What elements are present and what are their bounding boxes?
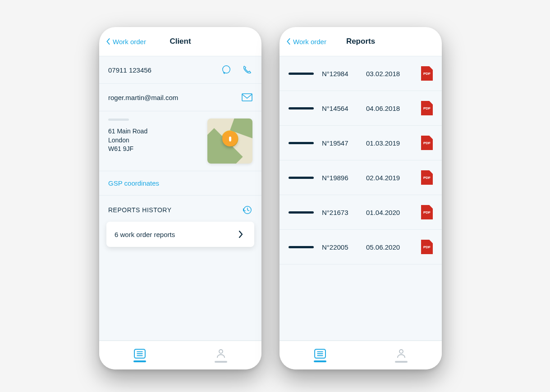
page-title: Reports (346, 37, 375, 46)
phone-number: 07911 123456 (108, 66, 151, 74)
tab-list[interactable] (314, 349, 326, 362)
svg-point-7 (219, 350, 223, 353)
email-address: roger.martin@mail.com (108, 94, 178, 101)
report-title-placeholder (289, 246, 314, 248)
email-row: roger.martin@mail.com (99, 84, 261, 111)
content: N°1298403.02.2018N°1456404.06.2018N°1954… (280, 56, 442, 341)
header: Work order Client (99, 27, 261, 56)
pdf-icon[interactable] (421, 66, 433, 81)
mail-icon[interactable] (242, 92, 252, 103)
phone-row: 07911 123456 (99, 56, 261, 84)
report-number: N°12984 (322, 70, 358, 77)
report-date: 05.06.2020 (366, 243, 413, 251)
reports-heading-label: REPORTS HISTORY (108, 206, 172, 214)
chat-icon[interactable] (221, 64, 232, 75)
report-row[interactable]: N°2200505.06.2020 (280, 230, 442, 264)
list-icon (134, 349, 146, 359)
chevron-right-icon (235, 229, 246, 240)
pdf-icon[interactable] (421, 170, 433, 185)
content: 07911 123456 roger.martin@mail.com (99, 56, 261, 341)
report-title-placeholder (289, 107, 314, 109)
tab-profile[interactable] (215, 348, 227, 363)
pdf-icon[interactable] (421, 101, 433, 115)
tab-indicator (395, 361, 408, 363)
report-row[interactable]: N°1989602.04.2019 (280, 160, 442, 195)
tab-profile[interactable] (395, 348, 408, 363)
report-date: 03.02.2018 (366, 70, 413, 77)
chevron-left-icon (105, 38, 111, 45)
back-button[interactable]: Work order (286, 38, 326, 46)
chevron-left-icon (286, 38, 291, 45)
list-icon (314, 349, 326, 359)
address-label-placeholder (108, 119, 129, 121)
report-row[interactable]: N°1298403.02.2018 (280, 56, 442, 91)
person-icon (215, 348, 226, 359)
gps-link[interactable]: GSP coordinates (99, 171, 261, 196)
header: Work order Reports (280, 27, 442, 56)
reports-history-heading: REPORTS HISTORY (99, 196, 261, 222)
report-title-placeholder (289, 211, 314, 214)
tab-bar (280, 341, 442, 369)
tab-bar (99, 341, 261, 369)
report-title-placeholder (289, 177, 314, 179)
history-icon (242, 205, 252, 215)
reports-card-label: 6 work order reports (115, 231, 175, 238)
map-pin-icon (222, 131, 238, 146)
tab-indicator (133, 360, 146, 362)
reports-screen: Work order Reports N°1298403.02.2018N°14… (280, 27, 442, 369)
call-icon[interactable] (242, 64, 252, 75)
address-postcode: W61 9JF (108, 145, 147, 154)
address-line1: 61 Main Road (108, 127, 147, 136)
svg-rect-1 (242, 94, 252, 101)
svg-point-12 (399, 350, 403, 353)
svg-point-0 (223, 66, 230, 73)
person-icon (396, 348, 407, 359)
report-title-placeholder (289, 142, 314, 144)
report-number: N°14564 (322, 105, 358, 112)
tab-indicator (215, 361, 227, 363)
report-date: 01.04.2020 (366, 209, 413, 216)
back-label: Work order (293, 38, 326, 46)
address-city: London (108, 136, 147, 145)
tab-list[interactable] (133, 349, 146, 362)
report-row[interactable]: N°2167301.04.2020 (280, 195, 442, 230)
report-date: 04.06.2018 (366, 105, 413, 112)
tab-indicator (314, 360, 326, 362)
pdf-icon[interactable] (421, 205, 433, 219)
address-row: 61 Main Road London W61 9JF (99, 111, 261, 171)
report-row[interactable]: N°1456404.06.2018 (280, 91, 442, 126)
report-date: 02.04.2019 (366, 174, 413, 182)
report-number: N°21673 (322, 209, 358, 216)
map-thumbnail[interactable] (207, 119, 252, 164)
report-date: 01.03.2019 (366, 139, 413, 147)
back-label: Work order (113, 38, 146, 46)
report-row[interactable]: N°1954701.03.2019 (280, 126, 442, 160)
report-number: N°19896 (322, 174, 358, 182)
reports-card[interactable]: 6 work order reports (106, 222, 254, 247)
client-screen: Work order Client 07911 123456 roger.mar… (99, 27, 261, 369)
page-title: Client (170, 37, 191, 46)
back-button[interactable]: Work order (105, 38, 146, 46)
report-number: N°19547 (322, 139, 358, 147)
report-title-placeholder (289, 73, 314, 75)
report-number: N°22005 (322, 243, 358, 251)
pdf-icon[interactable] (421, 240, 433, 254)
pdf-icon[interactable] (421, 136, 433, 150)
